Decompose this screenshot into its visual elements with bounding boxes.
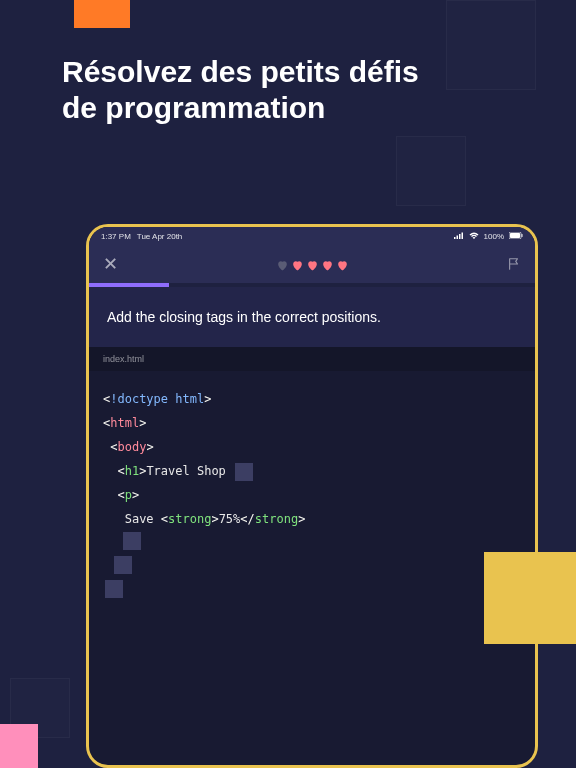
headline-line2: de programmation [62, 90, 536, 126]
code-strong-open: strong [168, 512, 211, 526]
headline-line1: Résolvez des petits défis [62, 54, 536, 90]
heart-full-icon [336, 258, 349, 271]
code-body-tag: body [117, 440, 146, 454]
headline: Résolvez des petits défis de programmati… [62, 54, 536, 126]
heart-full-icon [291, 258, 304, 271]
svg-rect-0 [454, 237, 456, 239]
code-p-tag: p [125, 488, 132, 502]
svg-rect-3 [461, 232, 463, 239]
svg-rect-5 [510, 233, 520, 238]
drop-slot[interactable] [123, 532, 141, 550]
hearts-row [276, 258, 349, 271]
code-editor[interactable]: <!doctype html> <html> <body> <h1>Travel… [89, 371, 535, 615]
instruction-text: Add the closing tags in the correct posi… [89, 287, 535, 347]
status-bar: 1:37 PM Tue Apr 20th 100% [89, 227, 535, 245]
app-header: ✕ [89, 245, 535, 283]
svg-rect-6 [522, 234, 523, 237]
drop-slot[interactable] [114, 556, 132, 574]
svg-rect-2 [459, 234, 461, 239]
status-time: 1:37 PM [101, 232, 131, 241]
code-strong-close: strong [255, 512, 298, 526]
signal-icon [454, 232, 464, 241]
drop-slot[interactable] [235, 463, 253, 481]
heart-empty-icon [276, 258, 289, 271]
flag-icon[interactable] [507, 257, 521, 271]
heart-full-icon [306, 258, 319, 271]
tablet-frame: 1:37 PM Tue Apr 20th 100% ✕ [86, 224, 538, 768]
close-icon[interactable]: ✕ [103, 253, 118, 275]
wifi-icon [469, 232, 479, 241]
drop-slot[interactable] [105, 580, 123, 598]
code-html-tag: html [110, 416, 139, 430]
code-h1-tag: h1 [125, 464, 139, 478]
battery-icon [509, 232, 523, 241]
code-save-text: Save [125, 512, 161, 526]
code-percent: 75% [219, 512, 241, 526]
pink-decor [0, 724, 38, 768]
svg-rect-1 [456, 235, 458, 239]
code-doctype: !doctype html [110, 392, 204, 406]
yellow-decor [484, 552, 576, 644]
battery-text: 100% [484, 232, 504, 241]
orange-decor [74, 0, 130, 28]
heart-full-icon [321, 258, 334, 271]
status-date: Tue Apr 20th [137, 232, 183, 241]
code-h1-text: Travel Shop [146, 464, 225, 478]
file-tab[interactable]: index.html [89, 347, 535, 371]
